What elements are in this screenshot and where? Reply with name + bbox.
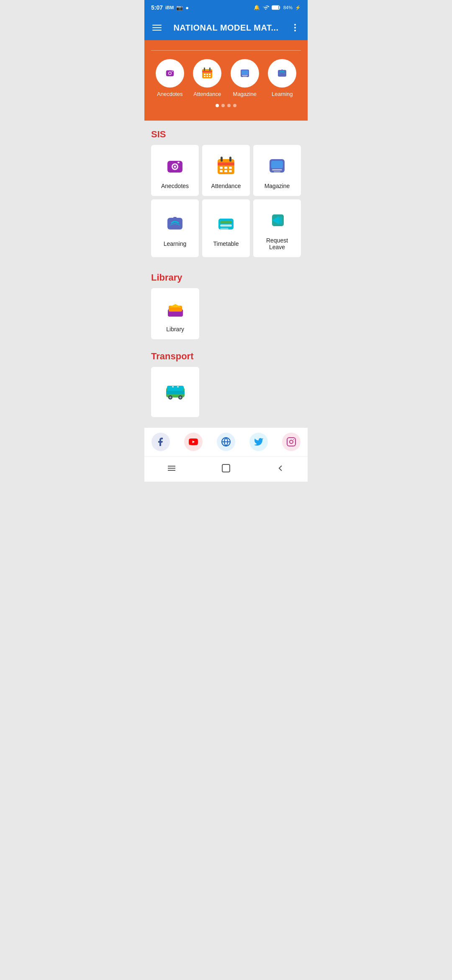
- dot-4[interactable]: [233, 104, 236, 107]
- library-grid-icon: [163, 297, 188, 322]
- svg-rect-34: [220, 167, 223, 169]
- svg-rect-42: [272, 169, 282, 170]
- carousel-item-learning[interactable]: Learning: [268, 59, 296, 97]
- attendance-grid-icon: [213, 153, 239, 178]
- svg-rect-64: [177, 386, 179, 387]
- learning-grid-icon: [162, 211, 187, 236]
- carousel-items: Anecdotes Attendance: [151, 59, 301, 97]
- dot-2[interactable]: [221, 104, 225, 107]
- svg-rect-32: [221, 157, 223, 162]
- facebook-icon[interactable]: [152, 433, 170, 451]
- charging-icon: ⚡: [295, 5, 301, 10]
- carousel-item-attendance[interactable]: Attendance: [193, 59, 221, 97]
- more-options-button[interactable]: [289, 22, 301, 34]
- grid-item-magazine[interactable]: Magazine: [253, 145, 301, 196]
- carousel-dots: [151, 104, 301, 107]
- library-grid-label: Library: [166, 326, 184, 333]
- timetable-grid-label: Timetable: [213, 240, 239, 247]
- svg-rect-14: [209, 74, 211, 75]
- nav-back-button[interactable]: [274, 462, 287, 475]
- svg-rect-38: [224, 170, 227, 172]
- jbm-icon: iBM: [165, 5, 174, 10]
- status-left: 5:07 iBM 📷 ●: [151, 4, 189, 11]
- grid-item-library[interactable]: Library: [151, 288, 199, 339]
- carousel-item-anecdotes[interactable]: Anecdotes: [156, 59, 184, 97]
- globe-icon[interactable]: [217, 433, 235, 451]
- svg-rect-11: [209, 67, 211, 71]
- nav-menu-button[interactable]: [165, 462, 178, 475]
- svg-point-6: [169, 72, 171, 75]
- magazine-icon-circle: [231, 59, 259, 88]
- bottom-nav: [144, 456, 308, 482]
- svg-rect-63: [172, 386, 174, 387]
- status-bar: 5:07 iBM 📷 ● 🔔 84% ⚡: [144, 0, 308, 15]
- learning-grid-label: Learning: [164, 240, 187, 247]
- learning-icon-circle: [268, 59, 296, 88]
- battery-icon: [272, 5, 281, 10]
- svg-rect-36: [229, 167, 232, 169]
- carousel-label-learning: Learning: [272, 91, 293, 97]
- attendance-grid-label: Attendance: [211, 183, 241, 189]
- svg-point-28: [174, 166, 176, 168]
- svg-rect-43: [274, 171, 280, 173]
- svg-rect-57: [167, 386, 184, 391]
- carousel-banner: Anecdotes Attendance: [144, 40, 308, 121]
- carousel-item-magazine[interactable]: Magazine: [231, 59, 259, 97]
- nav-home-button[interactable]: [219, 462, 233, 475]
- grid-item-anecdotes[interactable]: Anecdotes: [151, 145, 199, 196]
- carousel-label-attendance: Attendance: [193, 91, 221, 97]
- svg-rect-13: [206, 74, 208, 75]
- hamburger-menu[interactable]: [151, 22, 163, 34]
- dot-3[interactable]: [227, 104, 231, 107]
- attendance-icon-circle: [193, 59, 221, 88]
- svg-rect-58: [166, 391, 185, 394]
- svg-rect-12: [204, 74, 205, 75]
- carousel-label-magazine: Magazine: [233, 91, 257, 97]
- svg-rect-48: [220, 224, 232, 227]
- svg-point-69: [293, 439, 294, 440]
- anecdotes-grid-icon: [162, 153, 187, 178]
- svg-rect-23: [281, 70, 283, 71]
- svg-point-62: [179, 397, 181, 399]
- svg-rect-19: [241, 70, 248, 75]
- bell-icon: 🔔: [254, 5, 260, 10]
- instagram-icon[interactable]: [282, 433, 300, 451]
- twitter-icon[interactable]: [249, 433, 268, 451]
- carousel-label-anecdotes: Anecdotes: [157, 91, 182, 97]
- svg-rect-67: [287, 438, 295, 446]
- dot-1[interactable]: [216, 104, 219, 107]
- transport-section: Transport: [144, 343, 308, 420]
- grid-item-attendance[interactable]: Attendance: [202, 145, 250, 196]
- svg-rect-41: [271, 161, 283, 168]
- grid-item-transport[interactable]: [151, 367, 199, 417]
- svg-rect-33: [229, 157, 231, 162]
- grid-item-timetable[interactable]: Timetable: [202, 199, 250, 257]
- svg-rect-20: [242, 75, 248, 76]
- anecdotes-icon-circle: [156, 59, 184, 88]
- svg-rect-31: [218, 162, 234, 165]
- svg-rect-17: [209, 76, 211, 77]
- transport-grid-icon: [163, 378, 188, 403]
- magazine-grid-icon: [265, 153, 290, 178]
- request-leave-grid-label: Request Leave: [257, 237, 297, 250]
- transport-title: Transport: [151, 351, 301, 362]
- app-title: NATIONAL MODEL MAT...: [163, 23, 289, 33]
- battery-percent: 84%: [283, 5, 293, 10]
- svg-rect-35: [224, 167, 227, 169]
- request-leave-grid-icon: [265, 208, 290, 233]
- svg-point-60: [169, 397, 171, 399]
- status-time: 5:07: [151, 4, 163, 11]
- svg-rect-47: [220, 221, 232, 223]
- library-grid: Library: [151, 288, 301, 339]
- wifi-icon: [262, 4, 269, 11]
- svg-rect-29: [177, 162, 180, 163]
- grid-item-request-leave[interactable]: Request Leave: [253, 199, 301, 257]
- notification-icon: 📷: [176, 5, 183, 11]
- social-footer: [144, 427, 308, 456]
- svg-rect-21: [243, 76, 247, 77]
- grid-item-learning[interactable]: Learning: [151, 199, 199, 257]
- svg-rect-10: [204, 67, 205, 71]
- sis-grid: Anecdotes Attendance: [151, 145, 301, 260]
- youtube-icon[interactable]: [184, 433, 203, 451]
- library-section: Library Library: [144, 264, 308, 343]
